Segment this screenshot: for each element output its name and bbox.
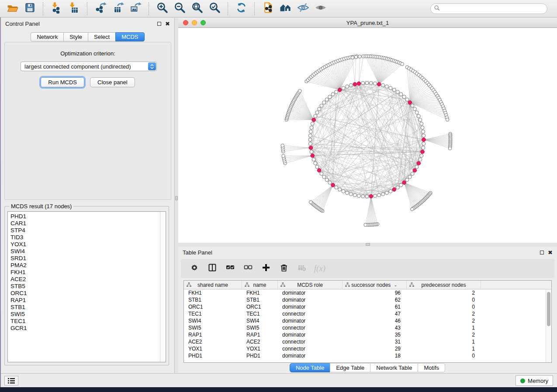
table-cell: SWI5 xyxy=(242,324,278,331)
minimize-window-button[interactable] xyxy=(192,20,197,25)
table-cell: dominator xyxy=(278,352,343,359)
maximize-window-button[interactable] xyxy=(201,20,206,25)
settings-button[interactable] xyxy=(190,264,199,273)
result-node[interactable]: TEC1 xyxy=(10,318,166,325)
tab-network[interactable]: Network xyxy=(31,32,64,41)
export-table-button[interactable] xyxy=(109,1,127,16)
table-row[interactable]: TEC1TEC1connector472 xyxy=(184,310,551,317)
result-node[interactable]: CAR1 xyxy=(10,220,166,227)
tab-edge-table[interactable]: Edge Table xyxy=(330,363,370,372)
result-node[interactable]: SWI4 xyxy=(10,248,166,255)
float-panel-icon[interactable] xyxy=(157,22,161,26)
table-scrollbar-thumb[interactable] xyxy=(547,292,550,326)
tab-network-table[interactable]: Network Table xyxy=(370,363,418,372)
import-network-icon xyxy=(51,2,62,15)
close-panel-icon[interactable]: ✖ xyxy=(165,22,170,26)
splitter-handle[interactable] xyxy=(175,196,178,200)
search-input[interactable] xyxy=(440,4,547,13)
tab-motifs[interactable]: Motifs xyxy=(418,363,445,372)
memory-button[interactable]: Memory xyxy=(515,375,553,386)
tab-style[interactable]: Style xyxy=(63,32,88,41)
table-row[interactable]: ACE2ACE2connector311 xyxy=(184,338,551,345)
result-node[interactable]: SRD1 xyxy=(10,255,166,262)
result-node[interactable]: GCR1 xyxy=(10,325,166,332)
share-document-button[interactable] xyxy=(259,1,277,16)
result-node[interactable]: SWI5 xyxy=(10,311,166,318)
column-header-MCDS-role[interactable]: MCDS role xyxy=(278,281,343,289)
result-node[interactable]: ORC1 xyxy=(10,290,166,297)
zoom-selected-button[interactable] xyxy=(206,1,223,16)
table-row[interactable]: FKH1FKH1dominator962 xyxy=(184,289,551,296)
vertical-splitter[interactable] xyxy=(175,18,178,373)
control-panel-title: Control Panel xyxy=(5,21,40,27)
memory-label: Memory xyxy=(528,378,548,384)
run-mcds-button[interactable]: Run MCDS xyxy=(41,77,84,87)
zoom-in-button[interactable] xyxy=(153,1,171,16)
result-node[interactable]: PMA2 xyxy=(10,262,166,269)
table-cell: SWI4 xyxy=(242,317,278,324)
close-table-panel-icon[interactable]: ✖ xyxy=(548,251,553,254)
result-list-scrollbar[interactable] xyxy=(160,212,166,362)
result-node[interactable]: PHD1 xyxy=(10,213,166,220)
table-row[interactable]: SWI5SWI5connector431 xyxy=(184,324,551,331)
column-header-shared-name[interactable]: shared name xyxy=(184,281,242,289)
table-row[interactable]: YOX1YOX1connector291 xyxy=(184,345,551,352)
open-file-button[interactable] xyxy=(3,1,21,16)
tab-select[interactable]: Select xyxy=(88,32,116,41)
unselect-all-button[interactable] xyxy=(243,264,253,273)
list-icon xyxy=(8,378,15,384)
table-cell: YOX1 xyxy=(184,345,242,352)
result-node[interactable]: YOX1 xyxy=(10,241,166,248)
table-panel-title: Table Panel xyxy=(183,249,212,256)
result-node[interactable]: STB1 xyxy=(10,304,166,311)
table-row[interactable]: STB1STB1dominator620 xyxy=(184,296,551,303)
home-button[interactable] xyxy=(277,1,294,16)
column-header-name[interactable]: name xyxy=(242,281,278,289)
result-node[interactable]: FKH1 xyxy=(10,269,166,276)
network-canvas[interactable] xyxy=(178,28,557,243)
result-node[interactable]: STP4 xyxy=(10,227,166,234)
zoom-fit-button[interactable] xyxy=(188,1,206,16)
table-cell: SWI4 xyxy=(184,317,242,324)
tab-node-table[interactable]: Node Table xyxy=(290,363,331,372)
show-graphics-button[interactable] xyxy=(311,1,329,16)
column-header-predecessor-nodes[interactable]: predecessor nodes xyxy=(407,281,481,289)
table-row[interactable]: SWI4SWI4dominator462 xyxy=(184,317,551,324)
split-view-button[interactable] xyxy=(208,264,217,273)
network-window-titlebar[interactable]: YPA_prune.txt_1 xyxy=(178,18,557,28)
table-cell-empty xyxy=(481,289,551,296)
table-cell: 2 xyxy=(407,310,481,317)
result-node[interactable]: STB5 xyxy=(10,283,166,290)
export-image-button[interactable] xyxy=(127,1,144,16)
export-network-button[interactable] xyxy=(92,1,109,16)
refresh-button[interactable] xyxy=(232,1,250,16)
hide-graphics-button[interactable] xyxy=(294,1,311,16)
float-table-panel-icon[interactable] xyxy=(540,251,544,254)
select-all-button[interactable] xyxy=(225,264,235,273)
delete-row-button[interactable] xyxy=(279,264,289,273)
import-table-button[interactable] xyxy=(65,1,83,16)
zoom-out-button[interactable] xyxy=(171,1,188,16)
close-panel-button[interactable]: Close panel xyxy=(90,77,135,87)
table-scrollbar[interactable] xyxy=(546,289,551,362)
add-row-button[interactable] xyxy=(261,264,271,273)
result-node[interactable]: ACE2 xyxy=(10,276,166,283)
table-row[interactable]: RAP1RAP1dominator352 xyxy=(184,331,551,338)
column-header-successor-nodes[interactable]: successor nodes⌄ xyxy=(343,281,407,289)
horizontal-splitter-handle[interactable] xyxy=(366,243,370,246)
import-network-button[interactable] xyxy=(48,1,65,16)
search-box[interactable] xyxy=(430,3,547,14)
mcds-result-list[interactable]: PHD1CAR1STP4TID3YOX1SWI4SRD1PMA2FKH1ACE2… xyxy=(7,211,166,362)
network-graph[interactable] xyxy=(178,28,557,243)
criterion-dropdown[interactable]: largest connected component (undirected) xyxy=(21,62,157,71)
control-panel: Control Panel ✖ NetworkStyleSelectMCDS O… xyxy=(1,18,175,373)
tab-mcds[interactable]: MCDS xyxy=(115,32,144,41)
result-node[interactable]: TID3 xyxy=(10,234,166,241)
close-window-button[interactable] xyxy=(183,20,188,25)
panel-menu-button[interactable] xyxy=(4,376,18,385)
save-session-button[interactable] xyxy=(21,1,38,16)
table-cell: STB1 xyxy=(184,296,242,303)
table-row[interactable]: ORC1ORC1dominator610 xyxy=(184,303,551,310)
result-node[interactable]: RAP1 xyxy=(10,297,166,304)
table-row[interactable]: PHD1PHD1dominator180 xyxy=(184,352,551,359)
